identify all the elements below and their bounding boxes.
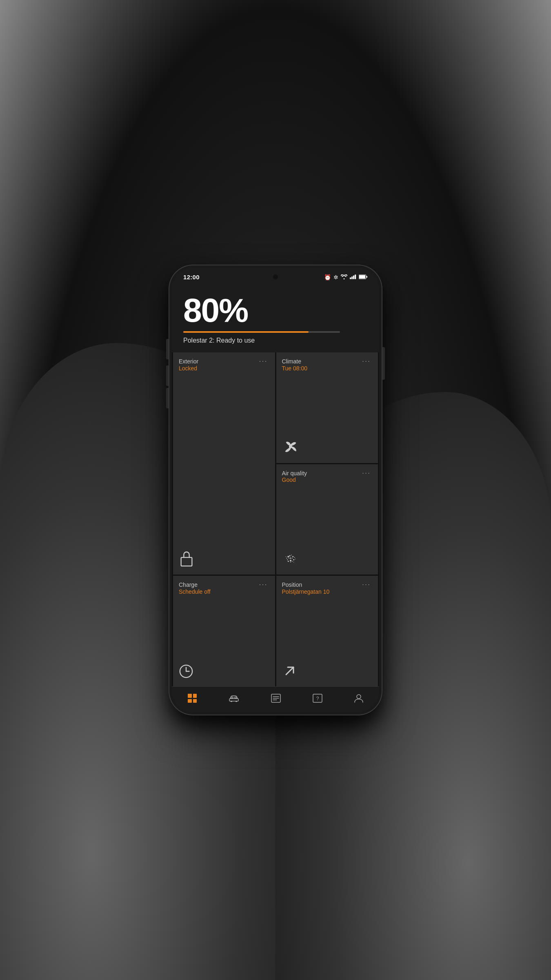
svg-point-16 bbox=[289, 558, 289, 559]
wifi-icon bbox=[341, 274, 347, 281]
battery-bar-container bbox=[183, 331, 340, 333]
car-icon bbox=[229, 695, 239, 702]
card-air-quality-title: Air quality bbox=[282, 470, 307, 477]
svg-rect-0 bbox=[350, 277, 351, 279]
svg-rect-2 bbox=[353, 275, 354, 279]
nav-item-car[interactable] bbox=[222, 693, 246, 704]
status-bar: 12:00 ⏰ ✲ bbox=[172, 268, 379, 284]
svg-point-24 bbox=[290, 562, 291, 563]
card-climate-title-group: Climate Tue 08:00 bbox=[282, 358, 308, 372]
svg-rect-35 bbox=[231, 697, 233, 698]
status-icons: ⏰ ✲ bbox=[324, 274, 368, 281]
card-exterior-header: Exterior Locked ··· bbox=[179, 358, 269, 372]
svg-point-13 bbox=[287, 559, 288, 560]
signal-icon bbox=[350, 274, 356, 281]
camera-notch bbox=[273, 274, 278, 279]
list-icon bbox=[271, 694, 281, 703]
card-climate-subtitle: Tue 08:00 bbox=[282, 365, 308, 372]
card-charge-menu[interactable]: ··· bbox=[257, 581, 269, 588]
arrow-icon bbox=[282, 663, 373, 681]
svg-point-26 bbox=[285, 557, 286, 557]
svg-rect-7 bbox=[181, 557, 192, 566]
battery-icon bbox=[359, 274, 368, 281]
card-exterior-title: Exterior bbox=[179, 358, 198, 365]
phone-outer: 12:00 ⏰ ✲ bbox=[169, 265, 382, 715]
svg-text:?: ? bbox=[316, 696, 319, 702]
card-climate-menu[interactable]: ··· bbox=[360, 358, 372, 364]
card-position-menu[interactable]: ··· bbox=[360, 581, 372, 588]
air-quality-dots-icon bbox=[282, 550, 373, 569]
card-charge[interactable]: Charge Schedule off ··· bbox=[173, 576, 275, 686]
grid-sq-2 bbox=[193, 694, 197, 698]
card-exterior-menu[interactable]: ··· bbox=[257, 358, 269, 364]
card-charge-title: Charge bbox=[179, 581, 211, 588]
svg-rect-3 bbox=[355, 274, 356, 279]
card-exterior-title-group: Exterior Locked bbox=[179, 358, 198, 372]
svg-point-14 bbox=[290, 560, 291, 561]
svg-point-10 bbox=[290, 558, 291, 559]
svg-point-20 bbox=[287, 561, 289, 562]
svg-point-21 bbox=[291, 555, 291, 556]
app-content: 80% Polestar 2: Ready to use Exterior Lo… bbox=[172, 284, 379, 712]
clock-icon bbox=[179, 664, 269, 681]
svg-point-17 bbox=[291, 558, 292, 559]
svg-point-11 bbox=[287, 556, 289, 558]
svg-rect-36 bbox=[235, 697, 237, 698]
svg-point-12 bbox=[292, 556, 293, 557]
card-charge-subtitle: Schedule off bbox=[179, 588, 211, 595]
phone-wrapper: 12:00 ⏰ ✲ bbox=[169, 265, 382, 715]
nav-item-help[interactable]: ? bbox=[306, 692, 329, 704]
card-exterior-subtitle: Locked bbox=[179, 365, 198, 372]
svg-rect-6 bbox=[367, 276, 368, 278]
card-air-quality-subtitle: Good bbox=[282, 477, 307, 483]
svg-point-9 bbox=[289, 445, 292, 448]
card-air-quality-title-group: Air quality Good bbox=[282, 470, 307, 484]
svg-point-22 bbox=[294, 557, 295, 558]
home-grid-icon bbox=[188, 694, 197, 703]
card-air-quality[interactable]: Air quality Good ··· bbox=[276, 464, 378, 575]
card-climate-title: Climate bbox=[282, 358, 308, 365]
card-charge-title-group: Charge Schedule off bbox=[179, 581, 211, 595]
card-position-title-group: Position Polstjärnegatan 10 bbox=[282, 581, 330, 595]
card-charge-header: Charge Schedule off ··· bbox=[179, 581, 269, 595]
svg-point-15 bbox=[293, 559, 294, 561]
svg-point-19 bbox=[291, 561, 292, 562]
battery-section: 80% Polestar 2: Ready to use bbox=[172, 284, 379, 352]
svg-point-23 bbox=[286, 558, 287, 559]
nav-item-home[interactable] bbox=[181, 692, 203, 704]
card-climate[interactable]: Climate Tue 08:00 ··· bbox=[276, 352, 378, 463]
battery-percent: 80% bbox=[183, 294, 368, 327]
grid-sq-3 bbox=[188, 699, 192, 703]
card-air-quality-header: Air quality Good ··· bbox=[282, 470, 373, 484]
svg-rect-5 bbox=[359, 275, 365, 278]
svg-point-43 bbox=[357, 695, 361, 699]
lock-icon bbox=[179, 550, 269, 569]
svg-point-25 bbox=[295, 559, 295, 559]
phone-screen: 12:00 ⏰ ✲ bbox=[172, 268, 379, 712]
card-exterior[interactable]: Exterior Locked ··· bbox=[173, 352, 275, 575]
card-climate-header: Climate Tue 08:00 ··· bbox=[282, 358, 373, 372]
cards-grid: Exterior Locked ··· bbox=[172, 352, 379, 686]
card-position-header: Position Polstjärnegatan 10 ··· bbox=[282, 581, 373, 595]
nav-item-profile[interactable] bbox=[348, 692, 370, 705]
battery-status: Polestar 2: Ready to use bbox=[183, 337, 368, 344]
alarm-icon: ⏰ bbox=[324, 274, 331, 281]
svg-point-27 bbox=[293, 562, 294, 563]
battery-bar-fill bbox=[183, 331, 309, 333]
svg-point-18 bbox=[289, 555, 290, 557]
card-position-subtitle: Polstjärnegatan 10 bbox=[282, 588, 330, 595]
status-time: 12:00 bbox=[183, 274, 200, 281]
svg-rect-32 bbox=[229, 699, 238, 701]
bluetooth-icon: ✲ bbox=[333, 274, 338, 281]
svg-line-31 bbox=[286, 667, 293, 675]
svg-rect-1 bbox=[351, 276, 353, 279]
card-air-quality-menu[interactable]: ··· bbox=[360, 470, 372, 476]
nav-item-list[interactable] bbox=[264, 692, 287, 704]
card-position-title: Position bbox=[282, 581, 330, 588]
grid-sq-4 bbox=[193, 699, 197, 703]
card-position[interactable]: Position Polstjärnegatan 10 ··· bbox=[276, 576, 378, 686]
help-icon: ? bbox=[313, 694, 322, 703]
grid-sq-1 bbox=[188, 694, 192, 698]
bottom-nav: ? bbox=[172, 686, 379, 712]
fan-icon bbox=[282, 438, 373, 457]
